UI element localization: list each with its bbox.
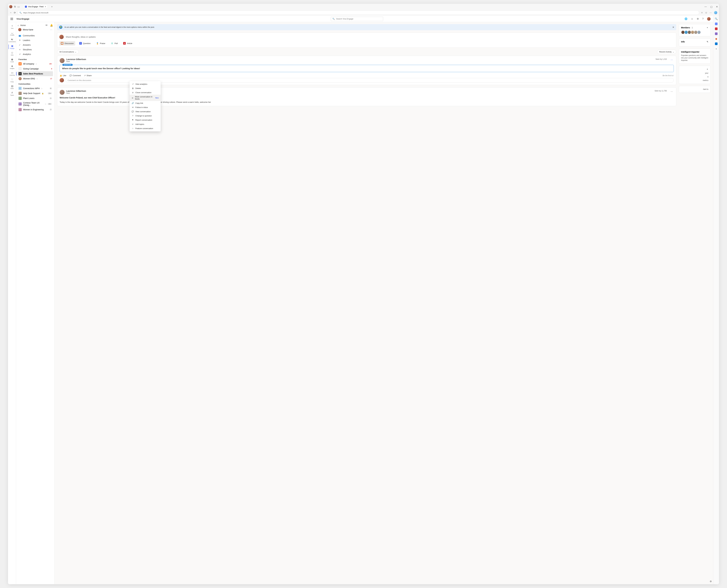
menu-view-convo[interactable]: 💬View conversation	[129, 109, 161, 114]
menu-close-convo[interactable]: ⊘Close conversation	[129, 90, 161, 94]
tab-article[interactable]: ≡Article	[122, 41, 133, 45]
inbox-icon: ✉	[131, 106, 134, 108]
new-tab-icon[interactable]: ＋	[51, 5, 53, 8]
app-rail: ✧Viva ◡Amplify ☯Connections ▣Engage ◇Gli…	[8, 22, 16, 123]
filter-conversations[interactable]: All Conversations⌄	[57, 50, 79, 54]
app-launcher-icon[interactable]	[11, 18, 13, 20]
comm-plants[interactable]: Plant Lovers1	[18, 96, 53, 101]
question-tag: QUESTION	[62, 64, 73, 66]
thumb-icon: 👍	[60, 75, 62, 77]
post-context-menu: ↗View analytics 🗑Delete ⊘Close conversat…	[129, 81, 161, 123]
tab-question[interactable]: ?Question	[78, 41, 92, 45]
mute-icon: ⊘	[131, 97, 133, 99]
communities-heading: Communities	[18, 81, 53, 86]
menu-add-topics[interactable]: #Add topics	[129, 122, 161, 123]
answers-icon: ✓	[19, 44, 21, 46]
post-avatar[interactable]	[60, 58, 65, 63]
tab-discussion[interactable]: 💬Discussion	[59, 41, 75, 45]
banner-text: As an admin you can mute a conversation …	[64, 26, 155, 28]
leaders-icon: ⚘	[19, 39, 21, 41]
fav-giving[interactable]: ♥Giving Campaign8	[18, 66, 53, 71]
rail-sales[interactable]: ▤Sales	[9, 84, 15, 90]
rail-pulse[interactable]: ♡Pulse	[9, 77, 15, 83]
lightbulb-icon: 💡	[59, 26, 62, 29]
nav-communities[interactable]: 👥Communities	[18, 33, 53, 38]
tab-favicon	[25, 6, 27, 8]
question-icon: ?	[131, 115, 134, 117]
fav-sales[interactable]: ∞Sales Best Practices	[18, 71, 53, 76]
comm-connections[interactable]: CConnections WFH◇6	[18, 86, 53, 91]
comm-contoso[interactable]: Contoso Team UX (Desig...◇20+	[18, 101, 53, 107]
rail-viva[interactable]: ✧Viva	[9, 24, 15, 30]
app-name: Viva Engage	[16, 18, 29, 20]
fav-all-company[interactable]: AAll company◇20+	[18, 61, 53, 66]
favorites-heading: Favorites	[18, 57, 53, 61]
nav-home[interactable]: ⌂ Home	[18, 24, 26, 26]
refresh-icon[interactable]: ⟳	[14, 11, 16, 14]
rail-learning[interactable]: ▭Learning	[9, 70, 15, 77]
fav-women-erg[interactable]: Women ERG◇17	[18, 76, 53, 81]
user-avatar-icon	[18, 28, 21, 31]
rail-topics[interactable]: #Topics	[9, 90, 15, 97]
post-avatar[interactable]	[60, 90, 65, 95]
bell-icon[interactable]: 🔔	[50, 24, 53, 27]
inbox-icon[interactable]: ✉	[45, 24, 47, 27]
nav-leaders[interactable]: ⚘Leaders	[18, 38, 53, 43]
nav-answers[interactable]: ✓Answers	[18, 43, 53, 47]
main-content: 💡 As an admin you can mute a conversatio…	[55, 22, 205, 123]
rail-engage[interactable]: ▣Engage	[9, 44, 15, 50]
menu-mute[interactable]: ⊘Mute conversation in feedsNew	[129, 94, 161, 101]
post-time: Now	[66, 61, 205, 63]
post-composer: Share thoughts, ideas or updates 💬Discus…	[57, 33, 205, 48]
url-text: https://engage.cloud.microsoft	[23, 12, 48, 14]
rail-goals[interactable]: ◉Goals	[9, 57, 15, 63]
trash-icon: 🗑	[131, 87, 134, 89]
comm-helpdesk[interactable]: Help Desk Support🔒20+	[18, 91, 53, 96]
nav-analytics[interactable]: ↗Analytics	[18, 52, 53, 57]
comm-women-eng[interactable]: Women in Engineering7	[18, 107, 53, 112]
search-icon: 🔍	[19, 12, 22, 14]
tab-poll[interactable]: ☰Poll	[109, 41, 119, 45]
profile-avatar[interactable]	[9, 5, 12, 8]
app-header: Viva Engage 🔍 Search Viva Engage 🌐 ☺ ⚙ ?	[8, 16, 205, 22]
address-bar[interactable]: 🔍 https://engage.cloud.microsoft	[18, 10, 205, 15]
tab-actions-icon[interactable]: ▭	[18, 5, 20, 8]
tab-praise[interactable]: 🏅Praise	[95, 41, 107, 45]
composer-avatar	[59, 35, 64, 39]
close-tab-icon[interactable]: ✕	[45, 6, 46, 8]
communities-icon: 👥	[19, 35, 21, 37]
chat-icon: 💬	[131, 110, 134, 113]
like-button[interactable]: 👍Like	[60, 75, 66, 77]
menu-copy-link[interactable]: 🔗Copy link	[129, 101, 161, 105]
rail-glint[interactable]: ◇Glint	[9, 50, 15, 57]
nav-user[interactable]: Mona Kane	[18, 28, 33, 31]
browser-tab[interactable]: Viva Engage - Feed ✕	[24, 5, 47, 8]
menu-follow[interactable]: ✉Follow in inbox	[129, 105, 161, 109]
comment-icon: 💬	[69, 75, 72, 77]
info-banner: 💡 As an admin you can mute a conversatio…	[57, 24, 205, 30]
tab-title: Viva Engage - Feed	[28, 6, 43, 8]
rail-amplify[interactable]: ◡Amplify	[9, 30, 15, 37]
rail-insights[interactable]: ◈Insights	[9, 64, 15, 70]
question-text: Where do people like to grab lunch near …	[62, 67, 205, 70]
share-icon: ↗	[84, 75, 86, 77]
post-author[interactable]: Laurence Gilbertson	[66, 58, 205, 61]
workspaces-icon[interactable]: ⧉	[14, 5, 16, 8]
chevron-down-icon: ⌄	[75, 51, 77, 53]
browser-titlebar: ⧉ ▭ Viva Engage - Feed ✕ ＋ — ▢ ✕	[8, 4, 205, 9]
flag-icon: ⚑	[131, 119, 134, 121]
composer-input[interactable]: Share thoughts, ideas or updates	[59, 35, 205, 39]
menu-delete[interactable]: 🗑Delete	[129, 86, 161, 90]
menu-view-analytics[interactable]: ↗View analytics	[129, 82, 161, 86]
link-icon: 🔗	[131, 102, 134, 104]
menu-report[interactable]: ⚑Report conversation	[129, 118, 161, 122]
comment-button[interactable]: 💬Comment	[69, 75, 81, 77]
storylines-icon: ≡	[19, 48, 21, 51]
close-convo-icon: ⊘	[131, 91, 134, 93]
share-button[interactable]: ↗Share	[84, 75, 91, 77]
rail-connections[interactable]: ☯Connections	[9, 37, 15, 43]
menu-change-question[interactable]: ?Change to question	[129, 114, 161, 118]
nav-storylines[interactable]: ≡Storylines	[18, 47, 53, 52]
more-icon[interactable]: ⋯	[50, 28, 53, 31]
back-icon[interactable]: ←	[10, 11, 12, 14]
